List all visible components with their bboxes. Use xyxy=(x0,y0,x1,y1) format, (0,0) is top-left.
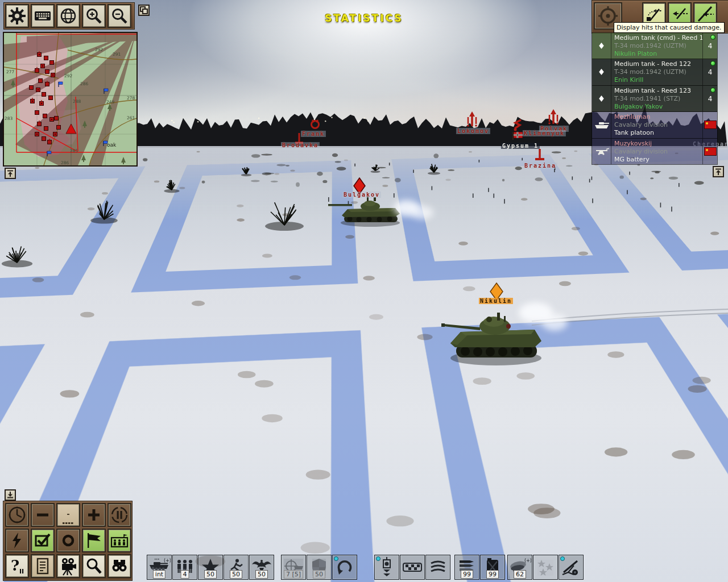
formation-row[interactable]: Muzykovskij Cavalary division MG battery xyxy=(592,139,717,164)
stat-gunner-button[interactable]: 7 [5] xyxy=(281,555,306,580)
elevation-label: 285 xyxy=(70,148,78,153)
elevation-label: 277 xyxy=(6,69,15,74)
unit-title: Medium tank - Reed 123 xyxy=(614,87,702,95)
formation-type-icon xyxy=(592,139,611,164)
zoom-out-button[interactable] xyxy=(107,4,131,28)
stat-ranks-button[interactable] xyxy=(533,555,558,580)
help-button[interactable]: ? II xyxy=(5,554,29,578)
stat-value: 50 xyxy=(255,570,268,579)
formation-row[interactable]: Mezhluman Cavalary division Tank platoon xyxy=(592,112,717,138)
mortar-marker-icon xyxy=(309,117,321,130)
unit-commander: Enin Kirill xyxy=(614,76,702,84)
speed-display xyxy=(56,503,80,527)
zoom-in-button[interactable] xyxy=(82,4,106,28)
crew-count: 4 xyxy=(708,68,713,76)
speed-up-button[interactable] xyxy=(82,503,106,527)
restore-window-button[interactable] xyxy=(138,5,150,16)
unit-row[interactable]: ♦ Medium tank (cmd) - Reed 121 T-34 mod.… xyxy=(592,33,717,59)
page-title: STATISTICS xyxy=(325,13,403,24)
objective-label: Gypsum 1 xyxy=(501,143,540,149)
hull-down-button[interactable] xyxy=(374,555,399,580)
unit-panel-collapse-button[interactable] xyxy=(713,166,724,177)
artillery-support-button[interactable] xyxy=(559,555,584,580)
unit-roster-button[interactable] xyxy=(107,529,131,552)
stat-crew-button[interactable]: 4 xyxy=(172,555,197,580)
help-icon: ? II xyxy=(7,556,27,576)
stat-vehicle-button[interactable]: (+) int xyxy=(147,555,172,580)
game-viewport[interactable]: Frank Brodavka Lokomov Polyak Klimenyuk … xyxy=(0,0,728,582)
hits-damage-icon xyxy=(645,5,663,23)
stat-stamina-button[interactable]: 50 xyxy=(224,555,249,580)
unit-commander: Nikulin Platon xyxy=(614,50,702,58)
elevation-label: 249 xyxy=(106,99,115,105)
toggle-dot xyxy=(376,556,380,561)
formation-pattern-button[interactable] xyxy=(400,555,425,580)
toggle-dot xyxy=(560,556,565,561)
globe-button[interactable] xyxy=(56,4,80,28)
unit-type-icon: ♦ xyxy=(592,86,611,111)
svg-text:(+): (+) xyxy=(164,558,171,563)
stat-experience-button[interactable]: 50 xyxy=(249,555,274,580)
collapse-down-icon xyxy=(6,491,14,499)
formation-commander: Mezhluman xyxy=(614,113,702,121)
control-panel-collapse-button[interactable] xyxy=(5,489,16,501)
minus-icon xyxy=(34,506,51,523)
squad-box-icon xyxy=(110,531,129,550)
status-dot xyxy=(710,88,715,93)
zoom-in-icon xyxy=(85,7,103,25)
crew-count: 4 xyxy=(708,42,713,50)
objectives-button[interactable] xyxy=(82,529,106,552)
keyboard-button[interactable] xyxy=(31,4,55,28)
stat-officer-button[interactable]: (+) 62 xyxy=(507,555,532,580)
unit-label: Brodavka xyxy=(281,142,320,148)
lightning-icon xyxy=(9,532,26,549)
stat-fuel-button[interactable]: 99 xyxy=(480,555,505,580)
camera-button[interactable] xyxy=(56,554,80,578)
tank-bulgakov[interactable] xyxy=(328,197,400,227)
minimap[interactable]: 277 292 291 292 286 288 249 278 261 283 … xyxy=(3,32,138,167)
unit-label: Brazina xyxy=(523,163,557,169)
stat-armor-button[interactable]: 50 xyxy=(307,555,332,580)
unit-row[interactable]: ♦ Medium tank - Reed 122 T-34 mod.1942 (… xyxy=(592,59,717,85)
confirm-order-button[interactable] xyxy=(31,529,55,552)
speed-dots-icon xyxy=(60,504,77,526)
cancel-order-button[interactable] xyxy=(56,529,80,552)
elevation-label: 291 xyxy=(113,52,121,57)
binoculars-button[interactable] xyxy=(107,554,131,578)
hits-out-icon xyxy=(696,5,714,23)
speed-down-button[interactable] xyxy=(31,503,55,527)
find-unit-button[interactable] xyxy=(82,554,106,578)
stat-value: 99 xyxy=(461,570,473,579)
stat-ammo-button[interactable]: 99 xyxy=(454,555,479,580)
stat-value: 99 xyxy=(486,570,499,579)
move-mode-button[interactable] xyxy=(425,555,450,580)
stat-value: 7 [5] xyxy=(284,570,303,579)
zoom-out-icon xyxy=(110,7,129,25)
hull-down-icon xyxy=(378,556,395,578)
log-button[interactable] xyxy=(31,554,55,578)
main-toolbar xyxy=(3,2,135,30)
magnifier-icon xyxy=(85,557,103,575)
hits-in-icon xyxy=(671,5,689,23)
elevation-label: 292 xyxy=(64,73,73,78)
stat-value: 50 xyxy=(313,570,325,579)
globe-icon xyxy=(59,7,77,25)
gear-icon xyxy=(8,7,26,25)
stat-morale-button[interactable]: 50 xyxy=(198,555,223,580)
unit-commander: Bulgakov Yakov xyxy=(614,103,702,111)
german-flag-icon xyxy=(512,131,523,140)
quick-orders-button[interactable] xyxy=(5,529,29,552)
unit-label: Frank xyxy=(301,131,326,137)
unit-type-icon: ♦ xyxy=(592,33,611,59)
settings-button[interactable] xyxy=(5,4,29,28)
formation-type: Tank platoon xyxy=(614,129,702,137)
clock-button[interactable] xyxy=(5,503,29,527)
camera-icon xyxy=(59,556,78,576)
unit-type-icon: ♦ xyxy=(592,59,611,85)
reset-orders-button[interactable] xyxy=(332,555,357,580)
time-control-panel: ? II xyxy=(3,501,133,581)
unit-row[interactable]: ♦ Medium tank - Reed 123 T-34 mod.1941 (… xyxy=(592,86,717,112)
elevation-label: 261 xyxy=(127,115,135,120)
pause-button[interactable] xyxy=(107,503,131,527)
minimap-collapse-button[interactable] xyxy=(5,168,16,179)
